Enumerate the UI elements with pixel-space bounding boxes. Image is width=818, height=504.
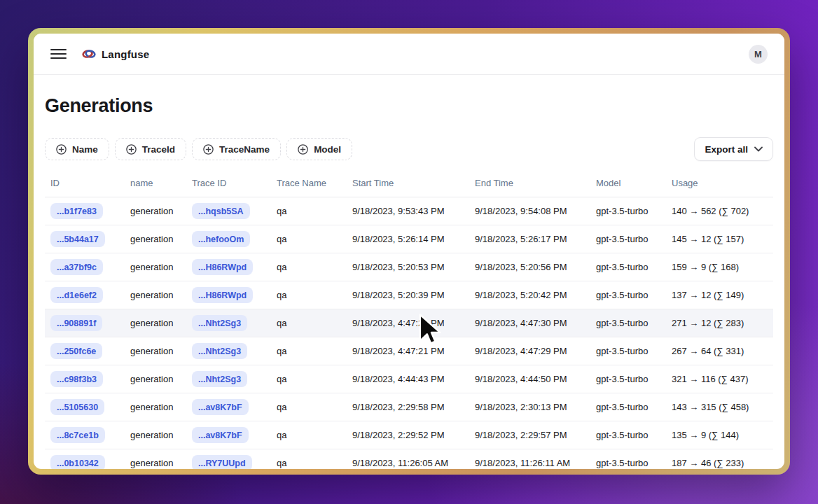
filter-button-label: TraceId [142, 144, 175, 155]
table-row[interactable]: ...c98f3b3generation...Nht2Sg3qa9/18/202… [45, 365, 773, 393]
column-header-name: name [125, 178, 186, 188]
cell-trace-id: ...Nht2Sg3 [186, 371, 271, 387]
cell-name: generation [125, 262, 186, 272]
cell-name: generation [125, 318, 186, 328]
cell-usage: 140 → 562 (∑ 702) [666, 206, 773, 216]
filter-button-traceid[interactable]: TraceId [115, 138, 186, 160]
cell-name: generation [125, 430, 186, 440]
cell-model: gpt-3.5-turbo [590, 402, 666, 412]
table-row[interactable]: ...5b44a17generation...hefooOmqa9/18/202… [45, 225, 773, 253]
column-header-start-time: Start Time [347, 178, 469, 188]
filter-button-name[interactable]: Name [45, 138, 109, 160]
cell-usage: 187 → 46 (∑ 233) [666, 458, 773, 468]
id-badge[interactable]: ...b1f7e83 [50, 203, 103, 219]
trace-id-badge[interactable]: ...hefooOm [192, 231, 250, 247]
cell-trace-name: qa [271, 206, 347, 216]
cell-usage: 145 → 12 (∑ 157) [666, 234, 773, 244]
cell-start-time: 9/18/2023, 4:47:22 PM [347, 318, 469, 328]
cell-start-time: 9/18/2023, 11:26:05 AM [347, 458, 469, 468]
cell-model: gpt-3.5-turbo [590, 234, 666, 244]
cell-name: generation [125, 458, 186, 468]
table-row[interactable]: ...5105630generation...av8K7bFqa9/18/202… [45, 393, 773, 421]
cell-model: gpt-3.5-turbo [590, 458, 666, 468]
avatar[interactable]: M [749, 45, 768, 64]
cell-id: ...0b10342 [45, 455, 125, 469]
id-badge[interactable]: ...5105630 [50, 399, 104, 415]
cell-trace-name: qa [271, 346, 347, 356]
cell-end-time: 9/18/2023, 2:29:57 PM [469, 430, 590, 440]
cell-trace-name: qa [271, 234, 347, 244]
cell-end-time: 9/18/2023, 4:44:50 PM [469, 374, 590, 384]
id-badge[interactable]: ...c98f3b3 [50, 371, 103, 387]
trace-id-badge[interactable]: ...Nht2Sg3 [192, 343, 247, 359]
cell-trace-id: ...hqsb5SA [186, 203, 271, 219]
cell-trace-name: qa [271, 318, 347, 328]
id-badge[interactable]: ...908891f [50, 315, 102, 331]
app-window: Langfuse M Generations NameTraceIdTraceN… [34, 34, 784, 469]
trace-id-badge[interactable]: ...H86RWpd [192, 287, 253, 303]
trace-id-badge[interactable]: ...Nht2Sg3 [192, 315, 247, 331]
table-row[interactable]: ...908891fgeneration...Nht2Sg3qa9/18/202… [45, 309, 773, 337]
cell-usage: 321 → 116 (∑ 437) [666, 374, 773, 384]
chevron-down-icon [754, 146, 763, 152]
plus-circle-icon [56, 144, 67, 155]
column-header-end-time: End Time [469, 178, 590, 188]
table-row[interactable]: ...8c7ce1bgeneration...av8K7bFqa9/18/202… [45, 421, 773, 449]
id-badge[interactable]: ...0b10342 [50, 455, 105, 469]
brand-name: Langfuse [102, 48, 149, 60]
trace-id-badge[interactable]: ...H86RWpd [192, 259, 253, 275]
cell-usage: 135 → 9 (∑ 144) [666, 430, 773, 440]
cell-end-time: 9/18/2023, 11:26:11 AM [469, 458, 590, 468]
cell-model: gpt-3.5-turbo [590, 318, 666, 328]
cell-start-time: 9/18/2023, 2:29:58 PM [347, 402, 469, 412]
plus-circle-icon [298, 144, 308, 155]
cell-trace-name: qa [271, 262, 347, 272]
filter-bar: NameTraceIdTraceNameModel [45, 138, 352, 160]
cell-end-time: 9/18/2023, 5:20:42 PM [469, 290, 590, 300]
cell-start-time: 9/18/2023, 5:20:39 PM [347, 290, 469, 300]
id-badge[interactable]: ...5b44a17 [50, 231, 105, 247]
table-row[interactable]: ...b1f7e83generation...hqsb5SAqa9/18/202… [45, 197, 773, 225]
cell-name: generation [125, 374, 186, 384]
id-badge[interactable]: ...a37bf9c [50, 259, 103, 275]
column-header-usage: Usage [666, 178, 773, 188]
table-body: ...b1f7e83generation...hqsb5SAqa9/18/202… [45, 197, 773, 469]
table-row[interactable]: ...250fc6egeneration...Nht2Sg3qa9/18/202… [45, 337, 773, 365]
cell-trace-id: ...av8K7bF [186, 399, 271, 415]
filter-button-label: Name [72, 144, 98, 155]
langfuse-logo-icon [82, 49, 96, 59]
filter-button-model[interactable]: Model [286, 138, 352, 160]
table-header-row: IDnameTrace IDTrace NameStart TimeEnd Ti… [45, 169, 773, 197]
cell-model: gpt-3.5-turbo [590, 374, 666, 384]
page-title: Generations [45, 95, 773, 117]
cell-trace-name: qa [271, 290, 347, 300]
id-badge[interactable]: ...8c7ce1b [50, 427, 105, 443]
filter-button-tracename[interactable]: TraceName [192, 138, 281, 160]
trace-id-badge[interactable]: ...av8K7bF [192, 399, 249, 415]
plus-circle-icon [203, 144, 214, 155]
id-badge[interactable]: ...250fc6e [50, 343, 102, 359]
cell-end-time: 9/18/2023, 4:47:29 PM [469, 346, 590, 356]
cell-id: ...5b44a17 [45, 231, 125, 247]
cell-end-time: 9/18/2023, 4:47:30 PM [469, 318, 590, 328]
cell-trace-id: ...Nht2Sg3 [186, 343, 271, 359]
cell-end-time: 9/18/2023, 2:30:13 PM [469, 402, 590, 412]
trace-id-badge[interactable]: ...av8K7bF [192, 427, 249, 443]
menu-icon[interactable] [50, 49, 67, 59]
cell-start-time: 9/18/2023, 2:29:52 PM [347, 430, 469, 440]
cell-model: gpt-3.5-turbo [590, 262, 666, 272]
cell-trace-name: qa [271, 430, 347, 440]
table-row[interactable]: ...d1e6ef2generation...H86RWpdqa9/18/202… [45, 281, 773, 309]
table-row[interactable]: ...0b10342generation...RY7UUpdqa9/18/202… [45, 449, 773, 469]
cell-end-time: 9/18/2023, 5:26:17 PM [469, 234, 590, 244]
trace-id-badge[interactable]: ...Nht2Sg3 [192, 371, 247, 387]
trace-id-badge[interactable]: ...hqsb5SA [192, 203, 250, 219]
cell-id: ...908891f [45, 315, 125, 331]
cell-id: ...a37bf9c [45, 259, 125, 275]
filter-button-label: Model [314, 144, 341, 155]
trace-id-badge[interactable]: ...RY7UUpd [192, 455, 252, 469]
id-badge[interactable]: ...d1e6ef2 [50, 287, 103, 303]
export-all-button[interactable]: Export all [694, 137, 773, 161]
cell-trace-id: ...Nht2Sg3 [186, 315, 271, 331]
table-row[interactable]: ...a37bf9cgeneration...H86RWpdqa9/18/202… [45, 253, 773, 281]
